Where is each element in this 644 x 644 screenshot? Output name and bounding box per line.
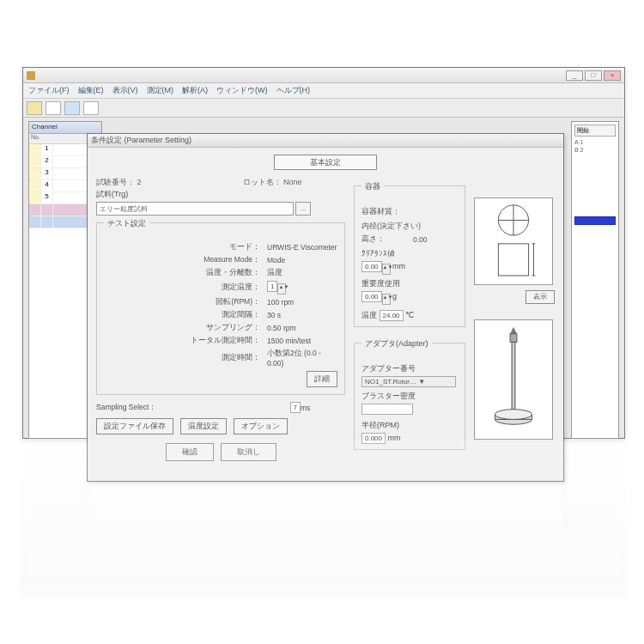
svg-rect-3 — [498, 244, 528, 276]
start-button[interactable]: 開始 — [574, 125, 616, 137]
adapter-diagram — [474, 319, 553, 440]
aux-input[interactable] — [361, 404, 413, 415]
toolbar — [23, 99, 624, 118]
titlebar[interactable]: _ □ × — [23, 68, 624, 83]
app-icon — [27, 71, 35, 80]
clearance-input[interactable]: 0.00 — [361, 261, 382, 272]
maximize-button[interactable]: □ — [585, 70, 602, 81]
test-settings-group: テスト設定 モード：URWIS-E Viscometer Measure Mod… — [96, 222, 345, 395]
menubar: ファイル(F) 編集(E) 表示(V) 測定(M) 解析(A) ウィンドウ(W)… — [23, 83, 624, 99]
detail-button[interactable]: 詳細 — [307, 371, 337, 387]
display-button[interactable]: 表示 — [526, 290, 555, 304]
adapter-select[interactable]: NO1_ST.Rotor… ▼ — [361, 376, 456, 387]
menu-measure[interactable]: 測定(M) — [147, 85, 174, 96]
panel-row: B 2 — [574, 147, 616, 153]
toolbar-button-2[interactable] — [46, 101, 61, 115]
menu-view[interactable]: 表示(V) — [112, 85, 138, 96]
menu-edit[interactable]: 編集(E) — [78, 85, 104, 96]
svg-point-12 — [495, 410, 532, 420]
right-panel: 開始 A 1 B 2 — [571, 121, 619, 439]
toolbar-button-1[interactable] — [27, 101, 42, 115]
browse-button[interactable]: ... — [295, 202, 311, 216]
container-diagram — [474, 197, 553, 285]
menu-help[interactable]: ヘルプ(H) — [276, 85, 311, 96]
parameter-dialog: 条件設定 (Parameter Setting) 基本設定 試験番号： 2 ロッ… — [87, 133, 564, 482]
container-group: 容器 容器材質： 内径(決定下さい) 高さ：0.00 ｸﾘｱﾗﾝｽ値 0.00▲… — [354, 185, 465, 327]
main-area: Channel No. 1 2 3 4 5 開始 A 1 B 2 — [23, 118, 624, 438]
sampling-label: Sampling Select： — [96, 403, 290, 413]
app-window: _ □ × ファイル(F) 編集(E) 表示(V) 測定(M) 解析(A) ウィ… — [22, 67, 625, 439]
option-button[interactable]: オプション — [234, 418, 288, 434]
reflection — [22, 440, 625, 595]
close-button[interactable]: × — [604, 70, 621, 81]
save-settings-button[interactable]: 設定ファイル保存 — [96, 418, 173, 434]
svg-rect-8 — [510, 334, 517, 343]
count-input[interactable]: 1 — [267, 281, 277, 292]
spinner-icon[interactable]: ▲▼ — [382, 264, 391, 275]
svg-marker-7 — [510, 327, 517, 334]
spinner-icon[interactable]: ▲▼ — [382, 294, 391, 305]
menu-analysis[interactable]: 解析(A) — [182, 85, 208, 96]
toolbar-button-4[interactable] — [83, 101, 99, 115]
svg-rect-9 — [512, 342, 515, 412]
minimize-button[interactable]: _ — [566, 70, 583, 81]
channel-panel-title[interactable]: Channel — [29, 122, 101, 134]
dialog-title[interactable]: 条件設定 (Parameter Setting) — [88, 134, 563, 148]
temp-input[interactable]: 24.00 — [380, 310, 404, 321]
adapter-group: アダプタ(Adapter) アダプター番号 NO1_ST.Rotor… ▼ ブラ… — [354, 343, 465, 450]
amount-input[interactable]: 0.00 — [361, 291, 382, 302]
sample-label: 試料(Trg) — [96, 189, 345, 200]
spinner-icon[interactable]: ▲▼ — [277, 283, 286, 295]
temp-settings-button[interactable]: 温度設定 — [180, 418, 227, 434]
menu-window[interactable]: ウィンドウ(W) — [216, 85, 268, 96]
panel-row: A 1 — [574, 139, 616, 145]
sampling-input[interactable]: 7 — [290, 402, 301, 413]
toolbar-button-3[interactable] — [64, 101, 80, 115]
sample-input[interactable] — [96, 202, 294, 216]
menu-file[interactable]: ファイル(F) — [28, 85, 70, 96]
selected-bar[interactable] — [574, 216, 616, 225]
basic-settings-button[interactable]: 基本設定 — [274, 155, 377, 170]
test-group-label: テスト設定 — [104, 219, 149, 228]
